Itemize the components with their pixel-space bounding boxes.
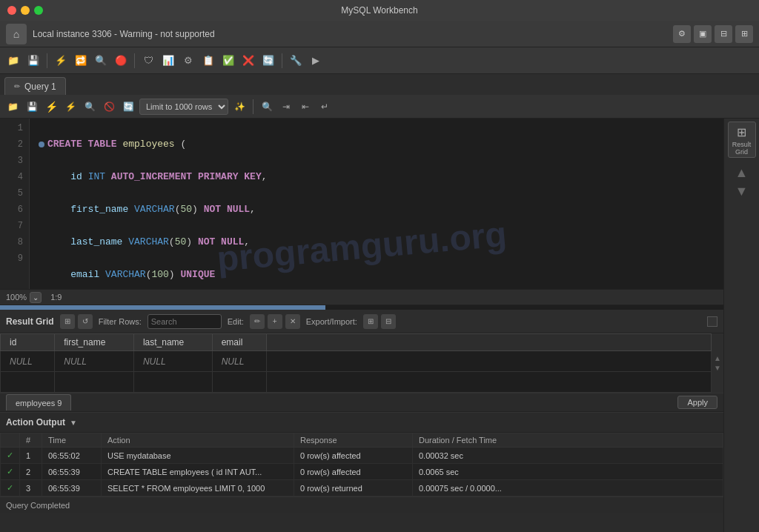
- refresh-btn[interactable]: 🔁: [72, 52, 90, 70]
- code-editor[interactable]: 12345 6789 CREATE TABLE employees ( id I…: [0, 119, 723, 289]
- connection-title: Local instance 3306 - Warning - not supp…: [33, 29, 673, 39]
- title-bar: MySQL Workbench: [0, 0, 759, 21]
- main-layout: 📁 💾 ⚡ 🔁 🔍 🔴 🛡 📊 ⚙ 📋 ✅ ❌ 🔄 🔧 ▶ ✏ Query 1 …: [0, 47, 759, 532]
- apply-button[interactable]: Apply: [677, 396, 717, 409]
- code-content[interactable]: CREATE TABLE employees ( id INT AUTO_INC…: [30, 119, 723, 289]
- query-tab-icon: ✏: [14, 82, 20, 90]
- qtoolbar-sep: [253, 99, 253, 114]
- home-icon[interactable]: ⌂: [6, 24, 27, 44]
- execute-line-btn[interactable]: ⚡: [62, 99, 79, 115]
- zoom-stepper-btn[interactable]: ⌄: [30, 292, 42, 303]
- limit-dropdown[interactable]: Limit to 1000 rows Limit to 200 rows Don…: [139, 99, 228, 115]
- filter-rows-label: Filter Rows:: [99, 317, 142, 326]
- bottom-status-bar: Query Completed: [0, 496, 723, 513]
- center-content: 12345 6789 CREATE TABLE employees ( id I…: [0, 119, 723, 532]
- add-row-icon[interactable]: +: [268, 314, 282, 329]
- export-icon[interactable]: ⊞: [363, 314, 378, 329]
- toolbar-sep3: [282, 53, 282, 68]
- cell-empty5: [212, 372, 266, 393]
- stop-exec-btn[interactable]: 🚫: [101, 99, 117, 115]
- cancel-btn[interactable]: ❌: [239, 52, 257, 70]
- sidebar-scroll-up[interactable]: ▲: [735, 165, 749, 181]
- cell-empty2: [1, 372, 55, 393]
- result-grid-label: Result Grid: [6, 316, 54, 327]
- settings-icon[interactable]: ⚙: [673, 25, 691, 43]
- action-output-toggle[interactable]: ▼: [70, 419, 77, 427]
- close-button[interactable]: [7, 6, 16, 15]
- save-btn[interactable]: 💾: [24, 52, 42, 70]
- view2-icon[interactable]: ⊟: [715, 25, 732, 43]
- reload-btn[interactable]: 🔄: [259, 52, 277, 70]
- th-duration: Duration / Fetch Time: [413, 433, 723, 448]
- grid-view-icon[interactable]: ⊞: [60, 314, 75, 329]
- employees-tab-label: employees 9: [16, 399, 62, 408]
- stop-btn[interactable]: 🔴: [112, 52, 130, 70]
- output-time-3: 06:55:39: [42, 480, 102, 496]
- cell-empty: [267, 351, 712, 372]
- toolbar-sep1: [47, 53, 47, 68]
- refresh-result-icon[interactable]: ↺: [78, 314, 93, 329]
- output-table: # Time Action Response Duration / Fetch …: [0, 433, 723, 496]
- sidebar-scroll-down[interactable]: ▼: [735, 184, 749, 199]
- employees-tab-bar: employees 9 Apply: [0, 393, 723, 412]
- employees-tab[interactable]: employees 9: [6, 394, 71, 410]
- table-row[interactable]: NULL NULL NULL NULL: [1, 351, 712, 372]
- schema-btn[interactable]: 🛡: [139, 52, 157, 70]
- toggle-btn[interactable]: 🔄: [120, 99, 136, 115]
- output-num-2: 2: [20, 464, 42, 480]
- minimize-button[interactable]: [21, 6, 30, 15]
- import-icon[interactable]: ⊟: [381, 314, 396, 329]
- column-btn[interactable]: 📋: [199, 52, 217, 70]
- results-toolbar: Result Grid ⊞ ↺ Filter Rows: Edit: ✏ + ✕…: [0, 310, 723, 333]
- execute-btn[interactable]: ⚡: [43, 99, 59, 115]
- grid-view-icons: ⊞ ↺: [60, 314, 93, 329]
- edit-icon[interactable]: ✏: [250, 314, 265, 329]
- explain-btn[interactable]: 🔍: [82, 99, 98, 115]
- scroll-up-arrow[interactable]: ▲: [714, 354, 721, 362]
- output-action-3: SELECT * FROM employees LIMIT 0, 1000: [102, 480, 294, 496]
- open-btn[interactable]: 📁: [4, 52, 22, 70]
- run-btn[interactable]: ⚡: [52, 52, 70, 70]
- dedent-btn[interactable]: ⇤: [297, 99, 314, 115]
- sidebar-scroll-controls: ▲ ▼: [735, 165, 749, 199]
- col-email: email: [212, 334, 266, 351]
- word-wrap-btn[interactable]: ↵: [316, 99, 333, 115]
- line-numbers: 12345 6789: [0, 119, 30, 289]
- result-grid-sidebar-label: ResultGrid: [730, 141, 754, 156]
- view3-icon[interactable]: ⊞: [735, 25, 753, 43]
- indent-btn[interactable]: ⇥: [278, 99, 294, 115]
- th-action: Action: [102, 433, 294, 448]
- view-icon[interactable]: ▣: [694, 25, 712, 43]
- scroll-down-arrow[interactable]: ▼: [714, 364, 721, 372]
- col-lastname: last_name: [133, 334, 212, 351]
- routine-btn[interactable]: ⚙: [179, 52, 197, 70]
- beautify-btn[interactable]: ✨: [231, 99, 248, 115]
- result-grid-sidebar-btn[interactable]: ⊞ ResultGrid: [728, 122, 756, 158]
- output-action-2: CREATE TABLE employees ( id INT AUT...: [102, 464, 294, 480]
- check2-btn[interactable]: ✅: [219, 52, 237, 70]
- window-title: MySQL Workbench: [341, 5, 417, 16]
- find-btn[interactable]: 🔍: [259, 99, 275, 115]
- save-file-btn[interactable]: 💾: [24, 99, 40, 115]
- cell-empty6: [267, 372, 712, 393]
- cell-id: NULL: [1, 351, 55, 372]
- search-btn[interactable]: 🔍: [92, 52, 110, 70]
- cell-firstname: NULL: [55, 351, 134, 372]
- search-input[interactable]: [148, 314, 222, 329]
- wrap-cell-checkbox[interactable]: [707, 316, 717, 327]
- data-row-area: id first_name last_name email NULL NULL …: [0, 333, 723, 393]
- th-response: Response: [294, 433, 413, 448]
- query-tab-1[interactable]: ✏ Query 1: [4, 77, 66, 95]
- exec-btn[interactable]: ▶: [307, 52, 325, 70]
- query-btn[interactable]: 🔧: [287, 52, 305, 70]
- table-btn[interactable]: 📊: [159, 52, 177, 70]
- output-action-1: USE mydatabase: [102, 448, 294, 464]
- edit-label: Edit:: [228, 317, 244, 326]
- col-firstname: first_name: [55, 334, 134, 351]
- open-file-btn[interactable]: 📁: [4, 99, 21, 115]
- del-row-icon[interactable]: ✕: [285, 314, 300, 329]
- edit-icons: ✏ + ✕: [250, 314, 300, 329]
- maximize-button[interactable]: [34, 6, 43, 15]
- cell-lastname: NULL: [133, 351, 212, 372]
- cursor-position: 1:9: [50, 293, 62, 302]
